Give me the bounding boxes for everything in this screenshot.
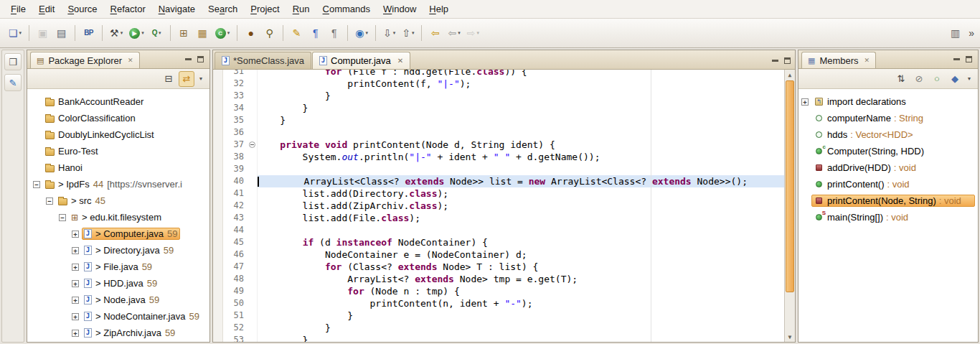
new-class-button[interactable]: C▾ xyxy=(212,24,233,42)
member-item[interactable]: cComputer(String, HDD) xyxy=(798,143,978,159)
coverage-button[interactable]: Q▾ xyxy=(148,24,166,42)
breakpoints-button[interactable]: BP xyxy=(80,24,98,42)
editor-presentation-button[interactable]: ▥ xyxy=(946,24,964,42)
hide-non-public-button[interactable]: ◆ xyxy=(947,71,963,87)
code-line-50[interactable]: printContent(n, ident + "-"); xyxy=(258,297,784,310)
expand-box-icon[interactable]: + xyxy=(72,247,79,254)
code-editor[interactable]: 3132333435363738394041424344454647484950… xyxy=(213,70,795,342)
tree-item[interactable]: +J> HDD.java59 xyxy=(27,275,209,292)
dropdown-arrow-icon[interactable]: ▾ xyxy=(19,30,22,36)
code-line-49[interactable]: for (Node n : tmp) { xyxy=(258,285,784,297)
save-button[interactable]: ▣ xyxy=(34,24,52,42)
tree-item[interactable]: DoublyLinkedCyclicList xyxy=(27,126,209,143)
menu-help[interactable]: Help xyxy=(423,0,455,18)
package-explorer-view-tab[interactable]: ▤ Package Explorer ✕ xyxy=(30,52,140,68)
tab-close-icon[interactable]: ✕ xyxy=(397,57,403,65)
member-item[interactable]: printContent(): void xyxy=(798,176,978,192)
code-line-41[interactable]: list.add(Directory.class); xyxy=(258,187,784,200)
view-menu-button[interactable]: ▼ xyxy=(197,71,205,87)
editor-tab-computerjava[interactable]: JComputer.java✕ xyxy=(312,52,410,69)
members-view-tab[interactable]: ▦ Members ✕ xyxy=(801,52,876,68)
editor-tab-someclassjava[interactable]: J*SomeClass.java xyxy=(215,52,311,69)
close-icon[interactable]: ✕ xyxy=(864,57,870,64)
dropdown-arrow-icon[interactable]: ▾ xyxy=(141,30,144,36)
menu-project[interactable]: Project xyxy=(244,0,286,18)
collapse-box-icon[interactable]: − xyxy=(59,214,66,221)
tree-item[interactable]: −> src45 xyxy=(27,192,209,209)
collapse-box-icon[interactable]: − xyxy=(33,181,40,188)
menu-edit[interactable]: Edit xyxy=(32,0,61,18)
member-item[interactable]: computerName: String xyxy=(798,110,978,126)
dropdown-arrow-icon[interactable]: ▾ xyxy=(412,30,415,36)
new-wizard-button[interactable]: ❏▾ xyxy=(6,24,24,42)
minimize-icon[interactable] xyxy=(185,58,192,60)
member-item[interactable]: +↰import declarations xyxy=(798,93,978,110)
collapse-box-icon[interactable]: − xyxy=(46,197,53,205)
print-button[interactable]: ▤ xyxy=(52,24,70,42)
search-button[interactable]: ⚲ xyxy=(260,24,278,42)
menu-run[interactable]: Run xyxy=(286,0,316,18)
hide-static-button[interactable]: ○ xyxy=(929,71,945,87)
tree-item[interactable]: +J> NodeContainer.java59 xyxy=(27,308,209,325)
expand-box-icon[interactable]: + xyxy=(72,231,79,238)
dropdown-arrow-icon[interactable]: ▾ xyxy=(393,30,396,36)
show-selected-element-button[interactable]: ¶ xyxy=(306,24,324,42)
next-annotation-button[interactable]: ⇩▾ xyxy=(380,24,398,42)
fold-collapse-icon[interactable] xyxy=(249,141,255,148)
new-package-button[interactable]: ▦ xyxy=(194,24,212,42)
code-line-44[interactable] xyxy=(258,224,784,236)
dropdown-arrow-icon[interactable]: ▾ xyxy=(476,30,479,36)
member-item[interactable]: Smain(String[]): void xyxy=(798,209,978,226)
forward-button[interactable]: ⇨▾ xyxy=(464,24,482,42)
back-button[interactable]: ⇦▾ xyxy=(445,24,463,42)
menu-refactor[interactable]: Refactor xyxy=(104,0,152,18)
tree-item[interactable]: ColorClassification xyxy=(27,110,209,126)
expand-box-icon[interactable]: + xyxy=(72,297,79,304)
fast-view-button[interactable]: ✎ xyxy=(4,74,22,91)
previous-annotation-button[interactable]: ⇧▾ xyxy=(399,24,417,42)
tree-item[interactable]: +J> Computer.java59 xyxy=(27,226,209,242)
code-line-40[interactable]: ArrayList<Class<? extends Node>> list = … xyxy=(258,175,784,187)
dropdown-arrow-icon[interactable]: ▾ xyxy=(159,30,161,36)
member-item[interactable]: addDrive(HDD): void xyxy=(798,159,978,176)
code-line-51[interactable]: } xyxy=(258,310,784,322)
code-line-47[interactable]: for (Class<? extends Node> T : list) { xyxy=(258,261,784,273)
code-line-39[interactable] xyxy=(258,163,784,175)
last-edit-location-button[interactable]: ⇦ xyxy=(426,24,444,42)
expand-box-icon[interactable]: + xyxy=(72,330,79,337)
member-item[interactable]: hdds: Vector<HDD> xyxy=(798,126,978,143)
sort-members-button[interactable]: ⇅ xyxy=(893,71,909,87)
menu-window[interactable]: Window xyxy=(377,0,423,18)
code-line-34[interactable]: } xyxy=(258,102,784,114)
tree-item[interactable]: −⊞> edu.kit.filesystem xyxy=(27,209,209,226)
tree-item[interactable]: BankAccountReader xyxy=(27,93,209,110)
code-line-32[interactable]: printContent(f, "|-"); xyxy=(258,78,784,90)
code-line-53[interactable]: } xyxy=(258,334,784,342)
mark-occurrences-button[interactable]: ✎ xyxy=(288,24,306,42)
collapse-all-button[interactable]: ⊟ xyxy=(161,71,176,87)
tree-item[interactable]: +J> ZipArchiv.java59 xyxy=(27,325,209,341)
dropdown-arrow-icon[interactable]: ▾ xyxy=(365,30,368,36)
restore-views-button[interactable]: ❒ xyxy=(4,53,22,70)
menu-commands[interactable]: Commands xyxy=(316,0,377,18)
menu-source[interactable]: Source xyxy=(61,0,103,18)
minimize-icon[interactable] xyxy=(953,58,960,60)
expand-box-icon[interactable]: + xyxy=(72,313,79,320)
code-line-36[interactable] xyxy=(258,126,784,139)
run-button[interactable]: ▶▾ xyxy=(126,24,147,42)
tree-item[interactable]: Hanoi xyxy=(27,159,209,176)
expand-box-icon[interactable]: + xyxy=(72,280,79,287)
new-java-project-button[interactable]: ⊞ xyxy=(175,24,193,42)
member-item[interactable]: printContent(Node, String): void xyxy=(798,192,978,209)
toolbar-overflow-chevron[interactable]: » xyxy=(969,27,974,39)
expand-box-icon[interactable]: + xyxy=(72,264,79,271)
maximize-icon[interactable] xyxy=(197,56,204,62)
open-browser-button[interactable]: ◉▾ xyxy=(352,24,371,42)
tree-item[interactable]: +J> Node.java59 xyxy=(27,292,209,308)
show-whitespace-button[interactable]: ¶ xyxy=(325,24,343,42)
view-menu-button[interactable]: ▼ xyxy=(965,71,974,87)
open-element-button[interactable]: ● xyxy=(242,24,260,42)
code-text-area[interactable]: for (File f : hdd.get(File.class)) { pri… xyxy=(258,70,784,342)
maximize-icon[interactable] xyxy=(966,56,972,62)
close-icon[interactable]: ✕ xyxy=(128,57,133,64)
